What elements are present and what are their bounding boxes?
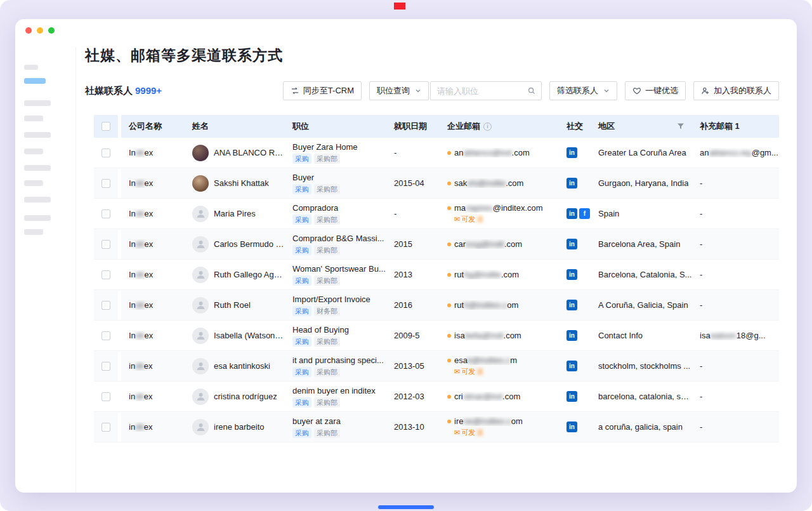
linkedin-icon[interactable]: in: [566, 391, 577, 402]
social-cell: in: [560, 321, 591, 350]
contact-name[interactable]: Sakshi Khattak: [214, 178, 269, 188]
social-cell: in: [560, 138, 591, 168]
position-query-select[interactable]: 职位查询: [369, 81, 429, 100]
linkedin-icon[interactable]: in: [566, 421, 577, 432]
table-row[interactable]: Inditex Ruth Gallego Agulló Woman' Sport…: [94, 260, 779, 290]
company-cell: Inditex: [121, 199, 185, 229]
close-window-button[interactable]: [25, 27, 32, 34]
name-cell: Maria Pires: [185, 199, 285, 229]
position-query-label: 职位查询: [377, 85, 410, 96]
table-row[interactable]: Inditex Carlos Bermudo Cr... Comprador B…: [94, 229, 779, 260]
add-to-my-contacts-button[interactable]: 加入我的联系人: [693, 81, 779, 100]
sync-crm-button[interactable]: 同步至T-CRM: [283, 81, 362, 100]
extra-email-cell: -: [692, 382, 779, 411]
row-checkbox[interactable]: [102, 270, 110, 279]
row-checkbox[interactable]: [102, 240, 110, 249]
table-row[interactable]: Inditex Isabella (Watson) L... Head of B…: [94, 321, 779, 351]
row-checkbox[interactable]: [102, 362, 110, 371]
position-title: Compradora: [292, 203, 338, 213]
linkedin-icon[interactable]: in: [566, 147, 577, 158]
position-search-input[interactable]: [430, 81, 542, 100]
table-row[interactable]: inditex cristina rodríguez denim buyer e…: [94, 382, 779, 412]
search-icon[interactable]: [527, 86, 536, 95]
col-header-position: 职位: [285, 115, 386, 138]
position-title: Woman' Sportswear Bu...: [292, 264, 386, 274]
contact-name[interactable]: Ruth Roel: [214, 300, 251, 310]
table-row[interactable]: inditex irene barbeito buyer at zara 采购 …: [94, 412, 779, 442]
filter-contacts-button[interactable]: 筛选联系人: [549, 81, 617, 100]
linkedin-icon[interactable]: in: [566, 208, 577, 219]
contact-name[interactable]: cristina rodríguez: [214, 392, 277, 401]
list-count: 9999+: [135, 85, 162, 96]
avatar: [192, 206, 209, 222]
row-checkbox[interactable]: [102, 331, 110, 340]
linkedin-icon[interactable]: in: [566, 361, 577, 371]
linkedin-icon[interactable]: in: [566, 300, 577, 310]
contact-name[interactable]: Carlos Bermudo Cr...: [214, 239, 285, 249]
contact-name[interactable]: Ruth Gallego Agulló: [214, 270, 285, 279]
main-content: 社媒、邮箱等多渠道联系方式 社媒联系人9999+ 同步至T-CRM 职位查询: [85, 46, 797, 493]
info-icon[interactable]: i: [483, 123, 492, 131]
sendable-badge: ✉可发送: [454, 428, 483, 437]
tag-purchase: 采购: [292, 306, 311, 316]
row-checkbox[interactable]: [102, 179, 110, 188]
contact-name[interactable]: ANA BLANCO REY: [214, 148, 285, 157]
skeleton-bar: [24, 180, 43, 186]
position-cell: it and purchasing speci... 采购 采购部: [285, 351, 386, 381]
contact-name[interactable]: irene barbeito: [214, 422, 265, 432]
table-row[interactable]: inditex esa kantinkoski it and purchasin…: [94, 351, 779, 382]
linkedin-icon[interactable]: in: [566, 269, 577, 280]
tag-purchase: 采购: [292, 428, 311, 438]
social-cell: in: [560, 290, 591, 320]
minimize-window-button[interactable]: [37, 27, 43, 34]
table-row[interactable]: Inditex Ruth Roel Import/Export Invoice …: [94, 290, 779, 321]
avatar: [192, 388, 209, 405]
name-cell: cristina rodríguez: [185, 382, 285, 411]
row-checkbox[interactable]: [102, 209, 110, 218]
position-cell: buyer at zara 采购 采购部: [285, 412, 386, 442]
email-cell: sakshi@indite.com: [440, 168, 560, 198]
linkedin-icon[interactable]: in: [566, 330, 577, 341]
linkedin-icon[interactable]: in: [566, 178, 577, 189]
table-row[interactable]: Inditex ANA BLANCO REY Buyer Zara Home 采…: [94, 138, 779, 168]
skeleton-bar: [24, 215, 51, 221]
region-cell: Gurgaon, Haryana, India: [591, 168, 692, 198]
tag-department: 采购部: [314, 275, 340, 286]
col-header-company: 公司名称: [121, 115, 185, 138]
extra-email-cell: -: [692, 168, 779, 198]
zoom-window-button[interactable]: [48, 27, 55, 34]
desktop-background: 社媒、邮箱等多渠道联系方式 社媒联系人9999+ 同步至T-CRM 职位查询: [0, 0, 812, 511]
contact-name[interactable]: esa kantinkoski: [214, 361, 270, 371]
hire-date-cell: 2013: [386, 260, 440, 289]
extra-email-cell: -: [692, 199, 779, 229]
tag-department: 采购部: [314, 367, 340, 377]
region-cell: Contact Info: [591, 321, 692, 350]
row-checkbox[interactable]: [102, 301, 110, 310]
email-cell: ruthg@indite.com: [440, 260, 560, 289]
contact-name[interactable]: Isabella (Watson) L...: [214, 331, 285, 340]
filter-funnel-icon[interactable]: [677, 123, 684, 130]
sync-crm-label: 同步至T-CRM: [303, 85, 354, 96]
table-row[interactable]: Inditex Sakshi Khattak Buyer 采购 采购部 2015…: [94, 168, 779, 199]
select-all-checkbox[interactable]: [102, 122, 110, 131]
row-checkbox[interactable]: [102, 392, 110, 401]
name-cell: Carlos Bermudo Cr...: [185, 229, 285, 259]
hire-date-cell: 2015: [386, 229, 440, 259]
sidebar-active-item[interactable]: [24, 78, 46, 84]
contact-name[interactable]: Maria Pires: [214, 209, 256, 218]
table-header: 公司名称 姓名 职位 就职日期 企业邮箱i 社交 地区 补充邮箱 1: [94, 115, 779, 138]
row-checkbox[interactable]: [102, 423, 110, 432]
row-checkbox[interactable]: [102, 149, 110, 157]
sendable-badge: ✉可发送: [454, 215, 483, 224]
social-cell: in: [560, 260, 591, 289]
linkedin-icon[interactable]: in: [566, 239, 577, 249]
email-cell: mariapires@inditex.com ✉可发送: [440, 199, 560, 229]
email-cell: cristinar@ind.com: [440, 382, 560, 411]
col-header-name: 姓名: [185, 115, 285, 138]
bottom-indicator: [378, 505, 434, 509]
table-row[interactable]: Inditex Maria Pires Compradora 采购 采购部 - …: [94, 199, 779, 229]
one-click-optimize-button[interactable]: 一键优选: [625, 81, 686, 100]
email-cell: carlosg@indit.com: [440, 229, 560, 259]
facebook-icon[interactable]: f: [579, 208, 590, 219]
hire-date-cell: 2013-10: [386, 412, 440, 442]
